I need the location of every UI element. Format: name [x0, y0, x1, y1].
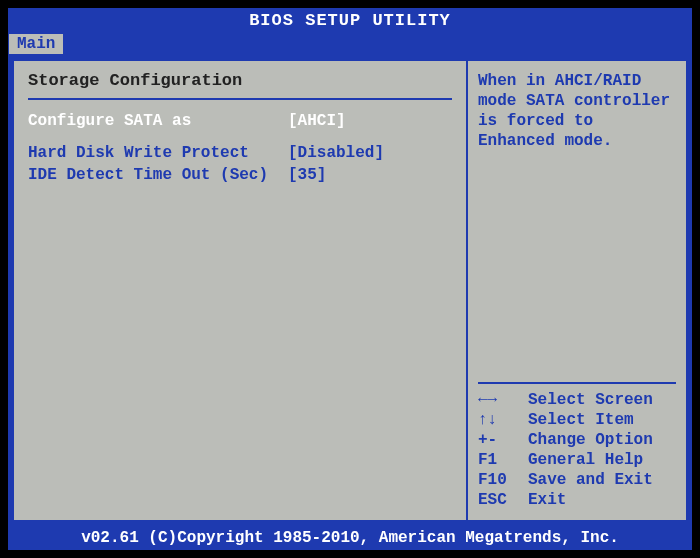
- key-f10: F10: [478, 470, 528, 490]
- key-f1: F1: [478, 450, 528, 470]
- tab-row: Main: [8, 33, 692, 55]
- copyright-text: v02.61 (C)Copyright 1985-2010, American …: [81, 529, 619, 547]
- key-hint-select-item: ↑↓ Select Item: [478, 410, 676, 430]
- spacer: [28, 132, 452, 142]
- setting-hd-write-protect[interactable]: Hard Disk Write Protect [Disabled]: [28, 142, 452, 164]
- settings-pane: Storage Configuration Configure SATA as …: [12, 59, 468, 522]
- help-text: When in AHCI/RAID mode SATA controller i…: [478, 71, 676, 151]
- key-action: Exit: [528, 490, 566, 510]
- key-hint-change-option: +- Change Option: [478, 430, 676, 450]
- key-arrows-ud-icon: ↑↓: [478, 410, 528, 430]
- key-hint-general-help: F1 General Help: [478, 450, 676, 470]
- key-action: Select Item: [528, 410, 634, 430]
- tab-main[interactable]: Main: [8, 33, 64, 55]
- setting-value: [AHCI]: [288, 112, 346, 130]
- footer-bar: v02.61 (C)Copyright 1985-2010, American …: [8, 526, 692, 550]
- key-action: General Help: [528, 450, 643, 470]
- key-action: Select Screen: [528, 390, 653, 410]
- key-plus-minus-icon: +-: [478, 430, 528, 450]
- setting-configure-sata[interactable]: Configure SATA as [AHCI]: [28, 110, 452, 132]
- setting-value: [35]: [288, 166, 326, 184]
- app-title: BIOS SETUP UTILITY: [249, 11, 451, 30]
- spacer: [478, 151, 676, 376]
- key-action: Change Option: [528, 430, 653, 450]
- main-area: Storage Configuration Configure SATA as …: [8, 55, 692, 526]
- setting-label: IDE Detect Time Out (Sec): [28, 166, 288, 184]
- key-hint-save-exit: F10 Save and Exit: [478, 470, 676, 490]
- setting-label: Hard Disk Write Protect: [28, 144, 288, 162]
- key-esc: ESC: [478, 490, 528, 510]
- tab-label: Main: [17, 35, 55, 53]
- help-pane: When in AHCI/RAID mode SATA controller i…: [468, 59, 688, 522]
- key-hint-exit: ESC Exit: [478, 490, 676, 510]
- divider: [478, 382, 676, 384]
- title-bar: BIOS SETUP UTILITY: [8, 8, 692, 33]
- section-title: Storage Configuration: [28, 71, 452, 96]
- setting-label: Configure SATA as: [28, 112, 288, 130]
- bios-screen: BIOS SETUP UTILITY Main Storage Configur…: [8, 8, 692, 550]
- setting-ide-detect-timeout[interactable]: IDE Detect Time Out (Sec) [35]: [28, 164, 452, 186]
- key-hint-select-screen: ←→ Select Screen: [478, 390, 676, 410]
- setting-value: [Disabled]: [288, 144, 384, 162]
- key-action: Save and Exit: [528, 470, 653, 490]
- key-arrows-lr-icon: ←→: [478, 390, 528, 410]
- divider: [28, 98, 452, 100]
